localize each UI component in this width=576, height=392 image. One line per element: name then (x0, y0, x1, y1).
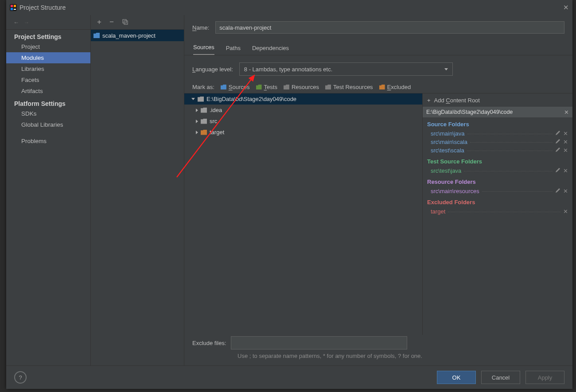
language-level-value: 8 - Lambdas, type annotations etc. (244, 66, 332, 73)
edit-icon[interactable] (555, 188, 560, 194)
expand-icon[interactable] (196, 120, 198, 123)
exclude-files-input[interactable] (231, 336, 407, 349)
sidebar-item-facets[interactable]: Facets (6, 74, 90, 85)
tab-paths[interactable]: Paths (226, 45, 241, 55)
mark-test-resources[interactable]: Test Resources (325, 84, 373, 90)
module-tabs: Sources Paths Dependencies (184, 42, 572, 55)
test-folder: src\test\java✕ (423, 167, 572, 175)
dialog-button-bar: ? OK Cancel Apply (6, 365, 572, 389)
mark-resources[interactable]: Resources (284, 84, 319, 90)
sidebar-item-artifacts[interactable]: Artifacts (6, 85, 90, 97)
excluded-folder: target✕ (423, 207, 572, 216)
project-structure-dialog: Project Structure ✕ ← → Project Settings… (6, 0, 572, 389)
cancel-button[interactable]: Cancel (481, 371, 520, 384)
expand-icon[interactable] (196, 109, 198, 112)
help-icon[interactable]: ? (14, 371, 27, 384)
resource-folders-title: Resource Folders (423, 175, 572, 187)
edit-icon[interactable] (555, 167, 560, 174)
sidebar-item-sdks[interactable]: SDKs (6, 108, 90, 119)
folder-icon (201, 119, 207, 124)
tab-sources[interactable]: Sources (193, 44, 214, 55)
svg-rect-5 (123, 19, 126, 23)
name-label: Name: (192, 24, 209, 31)
apply-button[interactable]: Apply (525, 371, 564, 384)
svg-rect-6 (124, 21, 128, 24)
tree-item-src[interactable]: src (184, 116, 422, 127)
mark-as-label: Mark as: (192, 84, 214, 90)
svg-rect-1 (11, 5, 13, 7)
source-folders-title: Source Folders (423, 117, 572, 129)
tree-item-target[interactable]: target (184, 127, 422, 138)
edit-icon[interactable] (555, 130, 560, 137)
add-content-root[interactable]: + Add Content Root (423, 93, 572, 107)
dialog-body: ← → Project Settings Project Modules Lib… (6, 15, 572, 365)
remove-icon[interactable]: ✕ (563, 208, 568, 215)
excluded-folders-title: Excluded Folders (423, 195, 572, 207)
folder-icon (198, 97, 204, 102)
module-name-input[interactable] (215, 21, 564, 34)
tree-root[interactable]: E:\BigData\bd\Stage2\day049\code (184, 93, 422, 105)
folder-icon (201, 108, 207, 113)
sidebar-item-project[interactable]: Project (6, 41, 90, 52)
forward-icon[interactable]: → (23, 19, 29, 26)
remove-icon[interactable]: ✕ (563, 139, 568, 145)
copy-icon[interactable] (122, 19, 128, 26)
module-list: + − scala_maven-project (91, 15, 184, 365)
tab-dependencies[interactable]: Dependencies (252, 45, 289, 55)
resource-folder: src\main\resources✕ (423, 187, 572, 195)
svg-rect-4 (14, 9, 16, 10)
remove-icon[interactable]: − (109, 18, 114, 27)
name-row: Name: (184, 15, 572, 35)
plus-icon: + (427, 97, 431, 104)
group-platform-settings: Platform Settings (6, 97, 90, 108)
language-level-label: Language level: (192, 66, 233, 73)
mark-sources[interactable]: Sources (221, 84, 250, 90)
sidebar-item-problems[interactable]: Problems (6, 136, 90, 147)
test-folders-title: Test Source Folders (423, 155, 572, 167)
file-tree[interactable]: E:\BigData\bd\Stage2\day049\code .idea s… (184, 93, 422, 335)
module-item[interactable]: scala_maven-project (91, 30, 184, 41)
source-folder: src\main\java✕ (423, 129, 572, 138)
sources-icon (221, 85, 226, 89)
settings-sidebar: ← → Project Settings Project Modules Lib… (6, 15, 91, 365)
remove-icon[interactable]: ✕ (563, 167, 568, 174)
expand-icon[interactable] (196, 131, 198, 134)
exclude-files-hint: Use ; to separate name patterns, * for a… (184, 351, 564, 365)
test-resources-icon (325, 85, 331, 89)
tree-item-idea[interactable]: .idea (184, 105, 422, 116)
svg-rect-3 (11, 8, 13, 10)
exclude-files-row: Exclude files: (184, 335, 572, 351)
close-icon[interactable]: ✕ (563, 4, 569, 12)
ok-button[interactable]: OK (437, 371, 476, 384)
language-level-combo[interactable]: 8 - Lambdas, type annotations etc. (239, 62, 453, 76)
resources-icon (284, 85, 289, 89)
intellij-icon (10, 4, 17, 11)
add-icon[interactable]: + (97, 18, 101, 27)
remove-root-icon[interactable]: ✕ (564, 109, 569, 116)
title-bar: Project Structure ✕ (6, 0, 572, 15)
language-level-row: Language level: 8 - Lambdas, type annota… (184, 55, 572, 76)
mark-as-row: Mark as: Sources Tests Resources Test Re… (184, 76, 572, 93)
edit-icon[interactable] (555, 147, 560, 154)
tests-icon (256, 85, 262, 89)
sidebar-item-libraries[interactable]: Libraries (6, 63, 90, 74)
remove-icon[interactable]: ✕ (563, 147, 568, 154)
chevron-down-icon (444, 68, 448, 70)
module-toolbar: + − (91, 15, 184, 30)
dialog-title: Project Structure (19, 4, 66, 11)
sidebar-item-global-libraries[interactable]: Global Libraries (6, 119, 90, 130)
folder-icon (93, 33, 100, 38)
back-icon[interactable]: ← (13, 19, 19, 26)
remove-icon[interactable]: ✕ (563, 130, 568, 137)
mark-tests[interactable]: Tests (256, 84, 277, 90)
mark-excluded[interactable]: Excluded (379, 84, 411, 90)
nav-row: ← → (6, 15, 90, 30)
remove-icon[interactable]: ✕ (563, 188, 568, 194)
sidebar-item-modules[interactable]: Modules (6, 52, 90, 63)
content-roots-panel: + Add Content Root E:\BigData\bd\Stage2\… (422, 93, 572, 335)
sources-body: E:\BigData\bd\Stage2\day049\code .idea s… (184, 93, 572, 335)
expand-icon[interactable] (191, 98, 195, 100)
svg-rect-2 (14, 5, 16, 7)
edit-icon[interactable] (555, 139, 560, 145)
module-details: Name: Sources Paths Dependencies Languag… (184, 15, 572, 365)
